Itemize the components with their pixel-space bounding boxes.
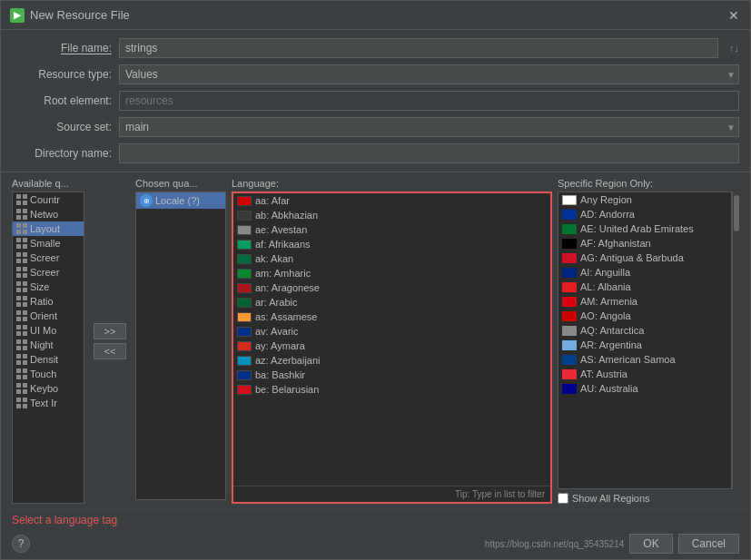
- svg-rect-50: [16, 375, 21, 379]
- resource-type-row: Resource type: Values ▼: [12, 64, 739, 85]
- list-item[interactable]: be: Belarusian: [233, 382, 550, 397]
- list-item[interactable]: Orient: [13, 309, 84, 323]
- list-item[interactable]: AT: Austria: [558, 367, 731, 381]
- list-item[interactable]: ⊕Locale (?): [136, 192, 225, 209]
- sort-icon: ↑↓: [729, 43, 739, 54]
- region-label: Specific Region Only:: [558, 178, 739, 189]
- list-item[interactable]: AE: United Arab Emirates: [558, 221, 731, 236]
- svg-rect-6: [16, 215, 21, 220]
- list-item[interactable]: am: Amharic: [233, 266, 550, 280]
- svg-rect-13: [23, 238, 27, 242]
- list-item[interactable]: Screer: [13, 265, 84, 280]
- source-set-select-wrap: main ▼: [119, 117, 739, 137]
- list-item[interactable]: AG: Antigua & Barbuda: [558, 251, 731, 265]
- region-scrollbar[interactable]: [732, 192, 739, 489]
- available-qualifier-list[interactable]: CountrNetwoLayoutSmalleScreerScreerSizeR…: [12, 192, 84, 504]
- list-item[interactable]: AO: Angola: [558, 309, 731, 323]
- available-qualifier-panel: Available q... CountrNetwoLayoutSmalleSc…: [12, 178, 84, 504]
- list-item[interactable]: ar: Arabic: [233, 295, 550, 309]
- list-item[interactable]: AF: Afghanistan: [558, 236, 731, 251]
- root-element-row: Root element:: [12, 90, 739, 112]
- svg-rect-26: [16, 288, 21, 292]
- svg-rect-43: [23, 346, 27, 350]
- cancel-button[interactable]: Cancel: [678, 534, 739, 554]
- arrow-buttons: >> <<: [94, 178, 126, 504]
- svg-rect-5: [23, 209, 27, 213]
- list-item[interactable]: Layout: [13, 221, 84, 236]
- list-item[interactable]: az: Azerbaijani: [233, 353, 550, 368]
- footer: Select a language tag: [1, 509, 750, 530]
- ok-button[interactable]: OK: [629, 534, 672, 554]
- list-item[interactable]: Touch: [13, 367, 84, 381]
- chosen-qualifier-list[interactable]: ⊕Locale (?): [135, 192, 226, 500]
- svg-rect-55: [23, 389, 27, 394]
- root-element-input[interactable]: [119, 91, 739, 111]
- svg-rect-18: [16, 259, 21, 263]
- svg-rect-16: [16, 252, 21, 257]
- list-item[interactable]: Ratio: [13, 294, 84, 309]
- svg-rect-1: [23, 194, 27, 199]
- list-item[interactable]: ba: Bashkir: [233, 368, 550, 382]
- svg-rect-15: [23, 244, 27, 249]
- close-button[interactable]: ✕: [726, 8, 741, 23]
- svg-rect-49: [23, 368, 27, 373]
- source-set-select[interactable]: main: [119, 117, 739, 137]
- svg-rect-36: [16, 325, 21, 329]
- list-item[interactable]: AR: Argentina: [558, 338, 731, 352]
- forward-button[interactable]: >>: [94, 323, 126, 339]
- help-button[interactable]: ?: [12, 535, 30, 553]
- language-list-wrap: aa: Afarab: Abkhazianae: Avestanaf: Afri…: [232, 192, 552, 504]
- language-panel: Language: aa: Afarab: Abkhazianae: Avest…: [232, 178, 552, 504]
- list-item[interactable]: an: Aragonese: [233, 280, 550, 295]
- list-item[interactable]: Netwo: [13, 207, 84, 221]
- list-item[interactable]: AD: Andorra: [558, 207, 731, 221]
- list-item[interactable]: ak: Akan: [233, 251, 550, 266]
- list-item[interactable]: Any Region: [558, 192, 731, 207]
- list-item[interactable]: UI Mo: [13, 323, 84, 338]
- svg-rect-40: [16, 339, 21, 344]
- svg-rect-31: [23, 302, 27, 307]
- back-button[interactable]: <<: [94, 343, 126, 359]
- list-item[interactable]: AQ: Antarctica: [558, 323, 731, 338]
- list-item[interactable]: ay: Aymara: [233, 339, 550, 353]
- list-item[interactable]: Countr: [13, 192, 84, 207]
- svg-rect-12: [16, 238, 21, 242]
- list-item[interactable]: AU: Australia: [558, 381, 731, 396]
- list-item[interactable]: af: Afrikaans: [233, 237, 550, 251]
- svg-rect-35: [23, 317, 27, 321]
- show-all-regions-checkbox[interactable]: [558, 493, 568, 504]
- file-name-input[interactable]: [119, 38, 718, 58]
- list-item[interactable]: Keybo: [13, 381, 84, 396]
- app-icon: ▶: [10, 8, 25, 23]
- svg-rect-20: [16, 267, 21, 271]
- language-list[interactable]: aa: Afarab: Abkhazianae: Avestanaf: Afri…: [233, 193, 550, 486]
- list-item[interactable]: Size: [13, 280, 84, 294]
- list-item[interactable]: Night: [13, 338, 84, 352]
- svg-rect-22: [16, 273, 21, 278]
- root-element-label: Root element:: [12, 94, 112, 107]
- svg-rect-33: [23, 310, 27, 315]
- resource-type-select[interactable]: Values: [119, 64, 739, 84]
- list-item[interactable]: Text Ir: [13, 396, 84, 410]
- list-item[interactable]: as: Assamese: [233, 309, 550, 324]
- svg-rect-27: [23, 288, 27, 292]
- select-language-text: Select a language tag: [12, 514, 117, 526]
- available-qualifier-label: Available q...: [12, 178, 84, 189]
- file-name-label: File name:: [12, 42, 112, 54]
- list-item[interactable]: AL: Albania: [558, 280, 731, 294]
- list-item[interactable]: Screer: [13, 251, 84, 265]
- region-list[interactable]: Any RegionAD: AndorraAE: United Arab Emi…: [558, 192, 732, 489]
- list-item[interactable]: AM: Armenia: [558, 294, 731, 309]
- svg-rect-0: [16, 194, 21, 199]
- bottom-bar: ? https://blog.csdn.net/qq_35435214 OK C…: [1, 530, 750, 559]
- svg-rect-41: [23, 339, 27, 344]
- list-item[interactable]: av: Avaric: [233, 324, 550, 339]
- directory-name-input[interactable]: [119, 143, 739, 163]
- list-item[interactable]: Densit: [13, 352, 84, 367]
- list-item[interactable]: Smalle: [13, 236, 84, 251]
- list-item[interactable]: AS: American Samoa: [558, 352, 731, 367]
- list-item[interactable]: AI: Anguilla: [558, 265, 731, 280]
- list-item[interactable]: aa: Afar: [233, 193, 550, 208]
- list-item[interactable]: ae: Avestan: [233, 222, 550, 237]
- list-item[interactable]: ab: Abkhazian: [233, 208, 550, 222]
